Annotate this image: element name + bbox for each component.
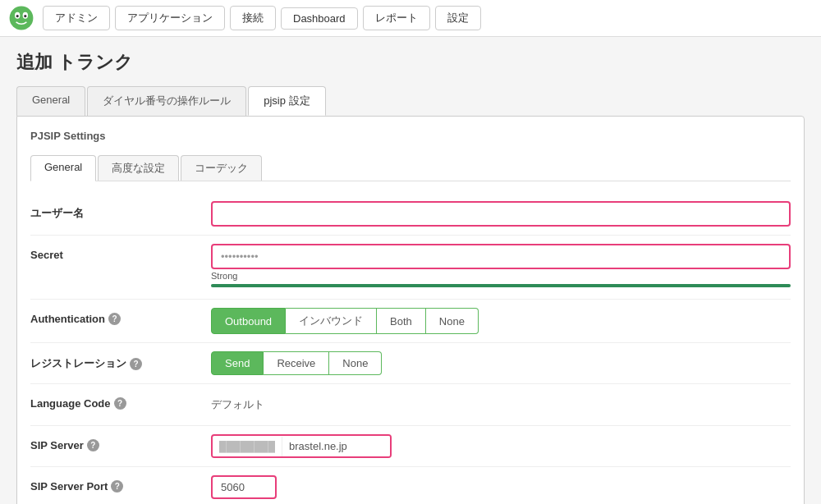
form-row-registration: レジストレーション ? Send Receive None bbox=[30, 343, 791, 384]
strength-fill bbox=[211, 284, 791, 287]
inner-tabs: General 高度な設定 コーデック bbox=[30, 155, 791, 181]
page-title: 追加 トランク bbox=[16, 50, 805, 75]
form-row-language-code: Language Code ? デフォルト bbox=[30, 384, 791, 426]
input-secret[interactable] bbox=[211, 244, 791, 269]
svg-point-3 bbox=[16, 15, 19, 17]
nav-dashboard[interactable]: Dashboard bbox=[281, 7, 358, 30]
control-language-code: デフォルト bbox=[211, 392, 791, 417]
help-icon-language-code[interactable]: ? bbox=[114, 397, 126, 410]
control-sip-server: ████████ brastel.ne.jp bbox=[211, 434, 791, 458]
reg-none-btn[interactable]: None bbox=[329, 351, 382, 375]
form-row-sip-server: SIP Server ? ████████ brastel.ne.jp bbox=[30, 426, 791, 467]
label-sip-server: SIP Server ? bbox=[30, 434, 211, 451]
label-authentication: Authentication ? bbox=[30, 308, 211, 325]
inner-tab-codec[interactable]: コーデック bbox=[181, 155, 262, 181]
nav-settings[interactable]: 設定 bbox=[435, 6, 481, 30]
input-sip-server-port[interactable] bbox=[211, 475, 277, 499]
help-icon-authentication[interactable]: ? bbox=[108, 313, 121, 325]
main-panel: PJSIP Settings General 高度な設定 コーデック ユーザー名… bbox=[16, 116, 805, 504]
nav-application[interactable]: アプリケーション bbox=[115, 6, 225, 30]
label-registration: レジストレーション ? bbox=[30, 351, 211, 371]
form-row-authentication: Authentication ? Outbound インバウンド Both No… bbox=[30, 300, 791, 343]
tab-dial-rules[interactable]: ダイヤル番号の操作ルール bbox=[87, 86, 246, 116]
svg-point-0 bbox=[10, 7, 34, 30]
inner-tab-general[interactable]: General bbox=[30, 155, 96, 181]
svg-point-4 bbox=[24, 15, 26, 17]
label-secret: Secret bbox=[30, 244, 211, 261]
tab-general[interactable]: General bbox=[16, 86, 85, 116]
nav-report[interactable]: レポート bbox=[363, 6, 430, 30]
outer-tabs: General ダイヤル番号の操作ルール pjsip 設定 bbox=[16, 86, 805, 116]
auth-outbound-btn[interactable]: Outbound bbox=[211, 308, 286, 334]
control-registration: Send Receive None bbox=[211, 351, 791, 375]
control-username bbox=[211, 201, 791, 227]
nav-admin[interactable]: アドミン bbox=[43, 6, 110, 30]
label-language-code: Language Code ? bbox=[30, 392, 211, 410]
control-sip-server-port bbox=[211, 475, 791, 499]
authentication-btn-group: Outbound インバウンド Both None bbox=[211, 308, 791, 334]
reg-receive-btn[interactable]: Receive bbox=[264, 351, 329, 375]
form-row-secret: Secret Strong bbox=[30, 236, 791, 300]
input-username[interactable] bbox=[211, 201, 791, 227]
form-row-sip-server-port: SIP Server Port ? bbox=[30, 467, 791, 504]
page-content: 追加 トランク General ダイヤル番号の操作ルール pjsip 設定 PJ… bbox=[0, 37, 821, 504]
control-authentication: Outbound インバウンド Both None bbox=[211, 308, 791, 334]
reg-send-btn[interactable]: Send bbox=[211, 351, 264, 375]
label-sip-server-port: SIP Server Port ? bbox=[30, 475, 211, 493]
label-username: ユーザー名 bbox=[30, 201, 211, 221]
inner-tab-advanced[interactable]: 高度な設定 bbox=[98, 155, 179, 181]
language-code-value: デフォルト bbox=[211, 392, 791, 417]
nav-connection[interactable]: 接続 bbox=[230, 6, 276, 30]
strength-bar bbox=[211, 284, 791, 287]
help-icon-sip-server[interactable]: ? bbox=[87, 439, 99, 451]
tab-pjsip[interactable]: pjsip 設定 bbox=[248, 86, 325, 116]
control-secret: Strong bbox=[211, 244, 791, 291]
sip-server-prefix: ████████ bbox=[213, 437, 282, 456]
top-nav: アドミン アプリケーション 接続 Dashboard レポート 設定 bbox=[0, 0, 821, 37]
auth-none-btn[interactable]: None bbox=[426, 308, 479, 334]
section-title: PJSIP Settings bbox=[30, 130, 791, 147]
auth-inbound-btn[interactable]: インバウンド bbox=[286, 308, 377, 334]
app-logo bbox=[8, 5, 34, 31]
sip-server-domain[interactable]: brastel.ne.jp bbox=[282, 436, 390, 456]
help-icon-sip-server-port[interactable]: ? bbox=[111, 480, 123, 493]
help-icon-registration[interactable]: ? bbox=[130, 358, 142, 370]
auth-both-btn[interactable]: Both bbox=[377, 308, 426, 334]
form-row-username: ユーザー名 bbox=[30, 193, 791, 236]
sip-server-input-box: ████████ brastel.ne.jp bbox=[211, 434, 392, 458]
strength-label: Strong bbox=[211, 271, 791, 281]
registration-btn-group: Send Receive None bbox=[211, 351, 791, 375]
